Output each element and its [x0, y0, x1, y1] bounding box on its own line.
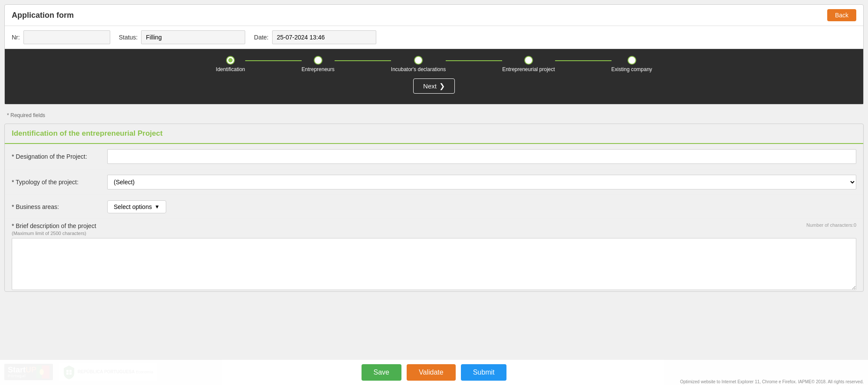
- brief-description-textarea[interactable]: [12, 238, 856, 290]
- date-input: [272, 30, 376, 44]
- connector-line-1: [245, 60, 302, 61]
- step-entrepreneurs[interactable]: Entrepreneurs: [302, 56, 335, 72]
- next-button[interactable]: Next ❯: [413, 78, 455, 94]
- connector-line-3: [446, 60, 502, 61]
- connector-1: [245, 60, 302, 61]
- app-title: Application form: [12, 11, 74, 20]
- select-options-arrow-icon: ▼: [155, 204, 160, 210]
- application-form-card: Application form Back Nr: Status: Date: …: [4, 4, 864, 104]
- textarea-sublabel: (Maximum limit of 2500 characters): [12, 231, 86, 236]
- footer-copyright: Optimized website to Internet Explorer 1…: [680, 379, 864, 384]
- steps-row: Identification Entrepreneurs: [5, 56, 863, 72]
- textarea-label-group: * Brief description of the project (Maxi…: [12, 222, 96, 236]
- steps-nav: Identification Entrepreneurs: [5, 49, 863, 104]
- next-arrow-icon: ❯: [439, 82, 445, 90]
- section-card: Identification of the entrepreneurial Pr…: [4, 124, 864, 292]
- step-circle-entrepreneurial: [524, 56, 533, 65]
- step-circle-identification: [226, 56, 235, 65]
- back-button[interactable]: Back: [827, 9, 856, 21]
- date-group: Date:: [254, 30, 376, 44]
- step-circle-entrepreneurs: [314, 56, 322, 65]
- section-title: Identification of the entrepreneurial Pr…: [5, 124, 863, 144]
- step-incubators-declarations[interactable]: Incubator's declarations: [391, 56, 446, 72]
- status-label: Status:: [119, 34, 138, 41]
- textarea-section: * Brief description of the project (Maxi…: [5, 219, 863, 291]
- step-label-entrepreneurial: Entrepreneurial project: [502, 66, 555, 72]
- select-options-label: Select options: [114, 203, 152, 210]
- designation-label: * Designation of the Project:: [12, 153, 107, 160]
- textarea-char-count-label: Number of characters:: [806, 222, 854, 228]
- textarea-label-row: * Brief description of the project (Maxi…: [12, 222, 856, 236]
- step-circle-inner-identification: [228, 58, 233, 62]
- nr-input[interactable]: [23, 30, 110, 44]
- business-areas-select-button[interactable]: Select options ▼: [107, 200, 166, 213]
- required-note: * Required fields: [0, 109, 868, 120]
- business-areas-field-row: * Business areas: Select options ▼: [5, 195, 863, 219]
- connector-4: [555, 60, 612, 61]
- next-button-row: Next ❯: [5, 72, 863, 98]
- step-circle-empty-existing: [630, 58, 634, 62]
- typology-select[interactable]: (Select): [107, 175, 856, 189]
- step-identification[interactable]: Identification: [216, 56, 245, 72]
- status-group: Status:: [119, 30, 246, 44]
- step-circle-existing: [628, 56, 636, 65]
- validate-button[interactable]: Validate: [407, 364, 456, 381]
- step-label-identification: Identification: [216, 66, 245, 72]
- nr-group: Nr:: [12, 30, 110, 44]
- nr-label: Nr:: [12, 34, 20, 41]
- designation-input[interactable]: [107, 149, 856, 164]
- textarea-main-label: * Brief description of the project: [12, 222, 96, 229]
- textarea-char-count: Number of characters:0: [806, 222, 856, 228]
- step-label-incubators: Incubator's declarations: [391, 66, 446, 72]
- connector-3: [446, 60, 502, 61]
- app-header: Application form Back: [5, 5, 863, 26]
- business-areas-label: * Business areas:: [12, 203, 107, 210]
- step-circle-empty-entrepreneurial: [526, 58, 531, 62]
- typology-field-row: * Typology of the project: (Select): [5, 170, 863, 195]
- submit-button[interactable]: Submit: [461, 364, 507, 381]
- step-label-entrepreneurs: Entrepreneurs: [302, 66, 335, 72]
- save-button[interactable]: Save: [362, 364, 401, 381]
- step-label-existing: Existing company: [612, 66, 652, 72]
- date-label: Date:: [254, 34, 268, 41]
- step-circle-empty-incubators: [416, 58, 421, 62]
- connector-line-4: [555, 60, 612, 61]
- step-circle-empty-entrepreneurs: [316, 58, 320, 62]
- form-meta: Nr: Status: Date:: [5, 26, 863, 49]
- typology-label: * Typology of the project:: [12, 179, 107, 186]
- connector-2: [335, 60, 391, 61]
- textarea-char-count-value: 0: [854, 222, 856, 228]
- connector-line-2: [335, 60, 391, 61]
- step-circle-incubators: [414, 56, 423, 65]
- step-entrepreneurial-project[interactable]: Entrepreneurial project: [502, 56, 555, 72]
- step-existing-company[interactable]: Existing company: [612, 56, 652, 72]
- next-button-label: Next: [423, 82, 437, 90]
- status-input: [141, 30, 245, 44]
- designation-field-row: * Designation of the Project:: [5, 144, 863, 170]
